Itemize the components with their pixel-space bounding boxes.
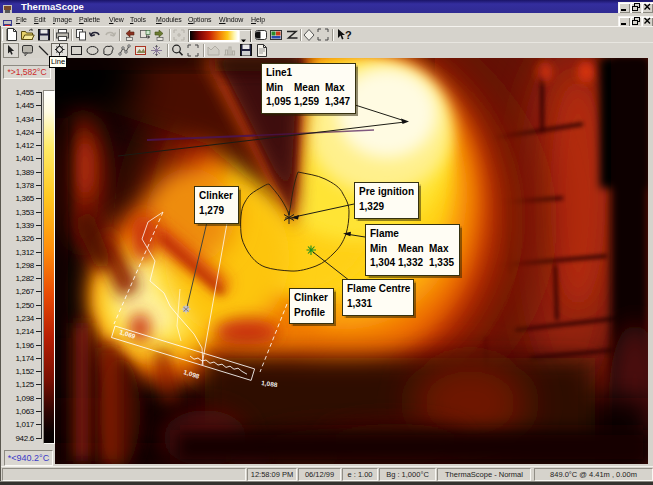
svg-text:1,098: 1,098	[182, 368, 200, 381]
svg-text:1,069: 1,069	[118, 328, 136, 341]
svg-text:?: ?	[345, 29, 352, 41]
svg-text:1,088: 1,088	[261, 379, 279, 389]
